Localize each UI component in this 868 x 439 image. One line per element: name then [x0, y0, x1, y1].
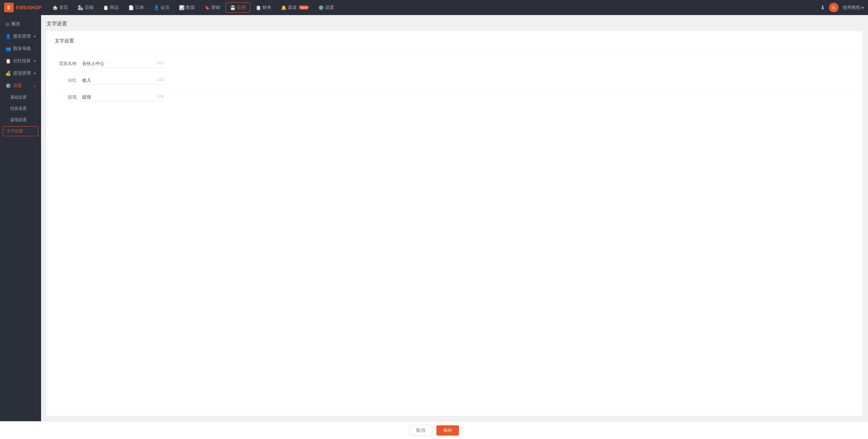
settings-arrow-icon: ▴	[34, 84, 36, 88]
sidebar-dividend-calc-label: 分红结算	[13, 58, 31, 64]
nav-member-label: 会员	[161, 4, 169, 11]
sidebar-sub-text-settings[interactable]: 文字设置	[3, 126, 38, 136]
withdrawal-label: 提现	[55, 94, 82, 100]
page-title: 文字设置	[47, 21, 863, 27]
nav-goods-label: 商品	[110, 4, 119, 11]
dividend-input[interactable]	[82, 76, 164, 85]
dividend-calc-arrow-icon: ▾	[34, 59, 36, 63]
nav-data[interactable]: 📊 数据	[175, 3, 199, 12]
nav-right: ⬇ 头 使用教程 ▾	[820, 3, 864, 12]
app-icon: 💾	[230, 5, 235, 10]
page-name-input-wrap: 5/10	[82, 60, 164, 68]
nav-app[interactable]: 💾 应用	[226, 2, 250, 13]
main-content: 文字设置 文字设置 页面名称 5/10 分红 2/10	[41, 15, 868, 421]
withdrawal-mgmt-arrow-icon: ▾	[34, 72, 36, 75]
sidebar-item-dividend-calc[interactable]: 📋 分红结算 ▾	[0, 55, 41, 67]
tutorial-arrow-icon: ▾	[861, 5, 864, 10]
logo-icon: E	[4, 3, 14, 12]
nav-settings[interactable]: ⚙️ 设置	[314, 3, 338, 12]
nav-app-label: 应用	[237, 4, 246, 11]
nav-data-label: 数据	[186, 4, 195, 11]
sidebar-shareholder-mgmt-label: 股东管理	[13, 33, 31, 39]
settings-icon: ⚙️	[318, 5, 324, 10]
dividend-count: 2/10	[157, 78, 164, 82]
finance-icon: 📋	[256, 5, 261, 10]
goods-icon: 📋	[103, 5, 108, 10]
withdrawal-input[interactable]	[82, 93, 164, 101]
nav-home-label: 首页	[59, 4, 68, 11]
use-tutorial[interactable]: 使用教程 ▾	[843, 4, 864, 11]
nav-settings-label: 设置	[325, 4, 334, 11]
sidebar-sub-withdrawal-settings[interactable]: 提现设置	[0, 114, 41, 126]
sidebar-shareholder-level-label: 股东等级	[13, 46, 31, 52]
page-name-label: 页面名称	[55, 61, 82, 67]
dividend-label: 分红	[55, 77, 82, 83]
page-name-input[interactable]	[82, 60, 164, 68]
tutorial-label: 使用教程	[843, 4, 860, 11]
nav-store[interactable]: 🏪 店铺	[74, 3, 98, 12]
channel-badge: NEW	[299, 5, 309, 10]
cancel-button[interactable]: 取消	[409, 425, 432, 436]
card-title: 文字设置	[55, 38, 854, 49]
sidebar-sub-basic-settings[interactable]: 基础设置	[0, 92, 41, 103]
bottom-bar: 取消 保存	[0, 421, 868, 439]
nav-goods[interactable]: 📋 商品	[99, 3, 123, 12]
nav-finance[interactable]: 📋 财务	[252, 3, 276, 12]
shareholder-mgmt-icon: 👤	[5, 34, 11, 39]
nav-channel-label: 渠道	[288, 4, 297, 11]
form-row-withdrawal: 提现 2/10	[55, 89, 854, 106]
calc-settings-label: 结算设置	[10, 106, 27, 111]
logo[interactable]: E EWEISHOP	[4, 3, 41, 12]
settings-sidebar-icon: ⚙️	[5, 83, 11, 88]
dividend-input-wrap: 2/10	[82, 76, 164, 85]
withdrawal-mgmt-icon: 💰	[5, 71, 11, 76]
marketing-icon: 🔖	[204, 5, 210, 10]
shareholder-level-icon: 👥	[5, 46, 11, 51]
avatar[interactable]: 头	[829, 3, 839, 12]
top-nav: E EWEISHOP 🏠 首页 🏪 店铺 📋 商品 📄 订单 👤 会员 📊 数据	[0, 0, 868, 15]
withdrawal-settings-label: 提现设置	[10, 117, 27, 122]
nav-channel[interactable]: 🔔 渠道 NEW	[277, 3, 313, 12]
withdrawal-input-wrap: 2/10	[82, 93, 164, 101]
data-icon: 📊	[179, 5, 184, 10]
nav-store-label: 店铺	[85, 4, 93, 11]
nav-order[interactable]: 📄 订单	[124, 3, 148, 12]
page-name-count: 5/10	[157, 61, 164, 65]
withdrawal-count: 2/10	[157, 94, 164, 99]
sidebar-withdrawal-mgmt-label: 提现管理	[13, 70, 31, 76]
save-button[interactable]: 保存	[436, 425, 459, 436]
home-icon: 🏠	[52, 5, 58, 10]
sidebar: ◎ 概览 👤 股东管理 ▾ 👥 股东等级 📋 分红结算 ▾ 💰 提现管理 ▾ ⚙…	[0, 15, 41, 421]
sidebar-item-settings[interactable]: ⚙️ 设置 ▴	[0, 79, 41, 92]
overview-icon: ◎	[5, 22, 9, 27]
sidebar-item-withdrawal-mgmt[interactable]: 💰 提现管理 ▾	[0, 67, 41, 79]
logo-text: EWEISHOP	[16, 5, 41, 10]
settings-card: 文字设置 页面名称 5/10 分红 2/10	[47, 31, 863, 416]
shareholder-mgmt-arrow-icon: ▾	[34, 35, 36, 38]
basic-settings-label: 基础设置	[10, 95, 27, 100]
sidebar-item-overview[interactable]: ◎ 概览	[0, 18, 41, 30]
text-settings-label: 文字设置	[7, 129, 23, 133]
form-row-page-name: 页面名称 5/10	[55, 55, 854, 72]
nav-order-label: 订单	[135, 4, 144, 11]
nav-member[interactable]: 👤 会员	[150, 3, 174, 12]
sidebar-sub-calc-settings[interactable]: 结算设置	[0, 103, 41, 114]
store-icon: 🏪	[78, 5, 83, 10]
nav-marketing[interactable]: 🔖 营销	[200, 3, 224, 12]
sidebar-item-shareholder-level[interactable]: 👥 股东等级	[0, 42, 41, 55]
sidebar-item-shareholder-mgmt[interactable]: 👤 股东管理 ▾	[0, 30, 41, 42]
nav-finance-label: 财务	[263, 4, 271, 11]
download-icon[interactable]: ⬇	[820, 4, 825, 11]
channel-icon: 🔔	[281, 5, 286, 10]
sidebar-overview-label: 概览	[11, 21, 20, 27]
sidebar-settings-label: 设置	[13, 82, 22, 89]
nav-items: 🏠 首页 🏪 店铺 📋 商品 📄 订单 👤 会员 📊 数据 🔖 营销 💾	[48, 2, 820, 13]
member-icon: 👤	[154, 5, 159, 10]
nav-home[interactable]: 🏠 首页	[48, 3, 72, 12]
nav-marketing-label: 营销	[211, 4, 220, 11]
dividend-calc-icon: 📋	[5, 59, 11, 64]
form-row-dividend: 分红 2/10	[55, 72, 854, 89]
order-icon: 📄	[128, 5, 134, 10]
layout: ◎ 概览 👤 股东管理 ▾ 👥 股东等级 📋 分红结算 ▾ 💰 提现管理 ▾ ⚙…	[0, 15, 868, 421]
